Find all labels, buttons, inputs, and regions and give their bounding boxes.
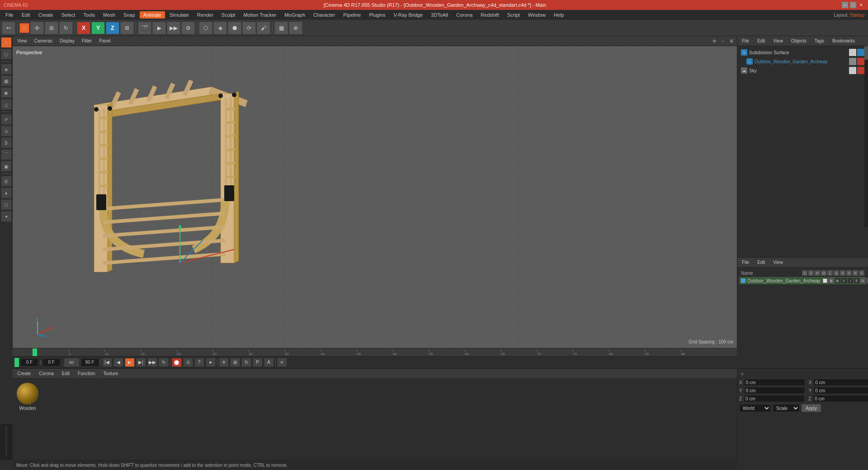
render-view[interactable]: ▶ <box>152 22 166 34</box>
goto-end-btn[interactable]: ▶▶ <box>147 358 157 367</box>
menu-plugins[interactable]: Plugins <box>365 11 389 19</box>
menu-sculpt[interactable]: Sculpt <box>218 11 239 19</box>
play-forward-btn[interactable]: ▶| <box>136 358 146 367</box>
attrib-edit[interactable]: Edit <box>755 259 768 266</box>
world-dropdown[interactable]: World Object <box>739 404 771 412</box>
scene-file[interactable]: File <box>739 38 752 44</box>
coord-y-pos[interactable] <box>744 387 805 394</box>
viewport-canvas[interactable]: Perspective Grid Spacing : 100 cm <box>13 46 737 348</box>
menu-motiontracker[interactable]: Motion Tracker <box>240 11 280 19</box>
timeline-toggle[interactable]: ≡ <box>277 358 287 367</box>
menu-select[interactable]: Select <box>58 11 79 19</box>
key-scale-btn[interactable]: ⊞ <box>230 358 240 367</box>
menu-redshift[interactable]: Redshift <box>477 11 502 19</box>
vt-filter[interactable]: Filter <box>79 38 94 44</box>
menu-render[interactable]: Render <box>193 11 217 19</box>
lt-dollar[interactable]: $ <box>1 137 12 148</box>
goto-start-btn[interactable]: |◀ <box>102 358 112 367</box>
timeline-green-marker[interactable] <box>14 358 19 367</box>
scene-obj-sky[interactable]: ☁ Sky <box>739 66 866 75</box>
lt-circle[interactable]: ◉ <box>1 87 12 98</box>
right-scrollbar[interactable] <box>864 46 868 227</box>
anim-record-btn[interactable]: ● <box>206 358 216 367</box>
vt-icon-3[interactable]: ⊞ <box>728 38 735 45</box>
scene-objects[interactable]: Objects <box>788 38 809 44</box>
render-settings[interactable]: ⚙ <box>181 22 195 34</box>
lt-star[interactable]: ✦ <box>1 211 12 222</box>
attrib-view[interactable]: View <box>770 259 786 266</box>
coord-z-size[interactable] <box>813 395 868 402</box>
mat-ball-wooden[interactable] <box>16 382 39 405</box>
mode-object[interactable]: ⬡ <box>19 23 29 33</box>
key-help-btn[interactable]: ? <box>194 358 204 367</box>
menu-character[interactable]: Character <box>310 11 339 19</box>
menu-simulate[interactable]: Simulate <box>166 11 193 19</box>
mat-function[interactable]: Function <box>75 370 98 377</box>
lt-box[interactable]: ▣ <box>1 161 12 172</box>
menu-animate[interactable]: Animate <box>140 11 165 19</box>
vt-display[interactable]: Display <box>57 38 77 44</box>
scene-tags[interactable]: Tags <box>812 38 827 44</box>
mat-create[interactable]: Create <box>14 370 33 377</box>
menu-pipeline[interactable]: Pipeline <box>340 11 364 19</box>
menu-script[interactable]: Script <box>504 11 524 19</box>
attrib-file[interactable]: File <box>739 259 752 266</box>
end-frame-field[interactable] <box>81 358 99 367</box>
scale-dropdown[interactable]: Scale Size <box>773 404 800 412</box>
scale-tool[interactable]: ⊞ <box>45 22 58 34</box>
scene-obj-subdivision[interactable]: S Subdivision Surface <box>739 48 866 57</box>
vt-icon-2[interactable]: ↔ <box>719 38 726 45</box>
menu-3dtoall[interactable]: 3DToAll <box>427 11 452 19</box>
auto-key-btn[interactable]: ⊙ <box>183 358 193 367</box>
loop-btn[interactable]: ↻ <box>159 358 169 367</box>
scene-obj-archway[interactable]: L Outdoor_Wooden_Garden_Archway <box>739 57 866 66</box>
scene-bookmarks[interactable]: Bookmarks <box>830 38 858 44</box>
scene-edit[interactable]: Edit <box>755 38 768 44</box>
vt-cameras[interactable]: Cameras <box>32 38 56 44</box>
attrib-obj-row[interactable]: Outdoor_Wooden_Garden_Archway ⬜ ⊞ ⊞ ≡ ↕ … <box>739 277 866 284</box>
coord-z-pos[interactable] <box>744 395 805 402</box>
render-active[interactable]: ▶▶ <box>167 22 180 34</box>
menu-file[interactable]: File <box>2 11 17 19</box>
close-button[interactable]: ✕ <box>858 2 864 8</box>
scene-view[interactable]: View <box>770 38 786 44</box>
current-frame-field[interactable] <box>20 358 38 367</box>
coord-btn-z[interactable]: Z <box>106 22 119 34</box>
menu-vray[interactable]: V-Ray Bridge <box>390 11 427 19</box>
play-btn[interactable]: ▶ <box>125 358 135 367</box>
rec-btn[interactable]: ⬤ <box>172 358 182 367</box>
apply-button[interactable]: Apply <box>802 404 821 412</box>
vt-view[interactable]: View <box>14 38 30 44</box>
axis-btn[interactable]: ⊕ <box>289 22 302 34</box>
lt-triangle[interactable]: △ <box>1 99 12 110</box>
render-region[interactable]: 🎬 <box>138 22 151 34</box>
snap-btn[interactable]: ⊞ <box>120 22 134 34</box>
menu-edit[interactable]: Edit <box>18 11 34 19</box>
object-mode[interactable]: ⬡ <box>199 22 212 34</box>
vt-panel[interactable]: Panel <box>96 38 113 44</box>
maximize-button[interactable]: □ <box>850 2 856 8</box>
rotate-tool[interactable]: ↻ <box>59 22 73 34</box>
coord-y-size[interactable] <box>813 387 868 394</box>
menu-help[interactable]: Help <box>550 11 568 19</box>
key-rot-btn[interactable]: ↻ <box>241 358 251 367</box>
menu-corona[interactable]: Corona <box>453 11 476 19</box>
lt-circle2[interactable]: ⊙ <box>1 126 12 136</box>
frame-display[interactable] <box>42 358 61 367</box>
key-param-btn[interactable]: P <box>253 358 263 367</box>
menu-mesh[interactable]: Mesh <box>99 11 119 19</box>
menu-create[interactable]: Create <box>35 11 57 19</box>
menu-tools[interactable]: Tools <box>80 11 99 19</box>
menu-window[interactable]: Window <box>524 11 549 19</box>
lt-poly[interactable]: ⬡ <box>1 49 12 60</box>
menu-snap[interactable]: Snap <box>120 11 139 19</box>
lt-curve[interactable]: ⌒ <box>1 149 12 160</box>
lt-pointer[interactable]: ↖ <box>1 37 12 48</box>
undo-button[interactable]: ↩ <box>2 22 15 34</box>
coord-x-pos[interactable] <box>744 379 805 386</box>
coord-btn-y[interactable]: Y <box>91 22 105 34</box>
mat-texture[interactable]: Texture <box>100 370 121 377</box>
viewport-3d[interactable]: Perspective Grid Spacing : 100 cm <box>13 46 737 348</box>
menu-mograph[interactable]: MoGraph <box>281 11 309 19</box>
lt-sphere[interactable]: ● <box>1 188 12 198</box>
